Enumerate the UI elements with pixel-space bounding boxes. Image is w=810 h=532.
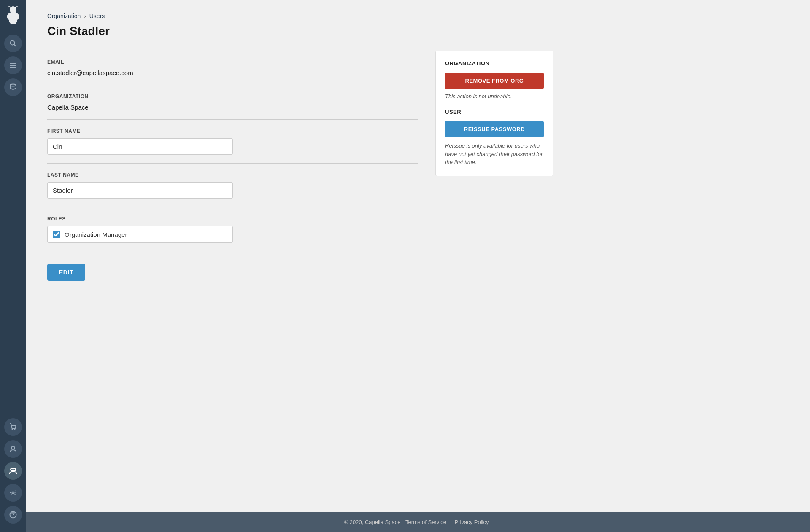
footer-terms-link[interactable]: Terms of Service bbox=[405, 519, 446, 525]
email-value: cin.stadler@capellaspace.com bbox=[47, 69, 418, 76]
first-name-input[interactable] bbox=[47, 138, 233, 155]
svg-point-6 bbox=[12, 429, 13, 430]
settings-nav-icon[interactable] bbox=[4, 484, 22, 502]
sidebar-bottom bbox=[4, 418, 22, 532]
cart-nav-icon[interactable] bbox=[4, 418, 22, 436]
remove-from-org-button[interactable]: REMOVE FROM ORG bbox=[445, 73, 544, 89]
form-section: EMAIL cin.stadler@capellaspace.com ORGAN… bbox=[47, 51, 418, 281]
breadcrumb-org-link[interactable]: Organization bbox=[47, 13, 81, 19]
sidebar bbox=[0, 0, 26, 532]
footer: © 2020, Capella Space Terms of Service P… bbox=[26, 512, 810, 532]
reissue-password-button[interactable]: REISSUE PASSWORD bbox=[445, 121, 544, 137]
last-name-label: LAST NAME bbox=[47, 172, 418, 178]
remove-action-note: This action is not undoable. bbox=[445, 93, 544, 99]
org-panel-title: ORGANIZATION bbox=[445, 60, 544, 67]
reissue-note: Reissue is only available for users who … bbox=[445, 142, 544, 167]
content-grid: EMAIL cin.stadler@capellaspace.com ORGAN… bbox=[47, 51, 554, 281]
svg-point-0 bbox=[11, 41, 15, 45]
page-title: Cin Stadler bbox=[47, 24, 789, 38]
roles-checkbox-row: Organization Manager bbox=[47, 226, 233, 243]
user-nav-icon[interactable] bbox=[4, 440, 22, 458]
first-name-label: FIRST NAME bbox=[47, 128, 418, 134]
database-nav-icon[interactable] bbox=[4, 78, 22, 96]
last-name-field-group: LAST NAME bbox=[47, 164, 418, 207]
breadcrumb-users-link[interactable]: Users bbox=[89, 13, 105, 19]
roles-field-group: ROLES Organization Manager bbox=[47, 207, 418, 251]
list-nav-icon[interactable] bbox=[4, 56, 22, 74]
first-name-field-group: FIRST NAME bbox=[47, 120, 418, 164]
email-label: EMAIL bbox=[47, 59, 418, 65]
org-manager-role-label: Organization Manager bbox=[65, 231, 127, 238]
org-label: ORGANIZATION bbox=[47, 94, 418, 99]
svg-point-8 bbox=[12, 446, 15, 449]
email-field-group: EMAIL cin.stadler@capellaspace.com bbox=[47, 51, 418, 85]
org-field-group: ORGANIZATION Capella Space bbox=[47, 85, 418, 120]
roles-label: ROLES bbox=[47, 216, 418, 222]
help-nav-icon[interactable] bbox=[4, 506, 22, 524]
search-nav-icon[interactable] bbox=[4, 35, 22, 52]
svg-point-5 bbox=[10, 84, 16, 86]
breadcrumb: Organization › Users bbox=[47, 13, 789, 19]
svg-line-1 bbox=[14, 45, 16, 47]
org-manager-checkbox[interactable] bbox=[53, 231, 60, 238]
main-wrapper: Organization › Users Cin Stadler EMAIL c… bbox=[26, 0, 810, 532]
footer-copyright: © 2020, Capella Space bbox=[344, 519, 401, 525]
edit-button[interactable]: EDIT bbox=[47, 264, 85, 281]
group-nav-icon[interactable] bbox=[4, 462, 22, 480]
svg-point-7 bbox=[14, 429, 16, 430]
sidebar-logo[interactable] bbox=[4, 4, 22, 26]
content-area: Organization › Users Cin Stadler EMAIL c… bbox=[26, 0, 810, 512]
last-name-input[interactable] bbox=[47, 182, 233, 199]
svg-point-10 bbox=[13, 468, 16, 471]
right-panel: ORGANIZATION REMOVE FROM ORG This action… bbox=[435, 51, 554, 176]
svg-point-11 bbox=[12, 492, 14, 494]
breadcrumb-separator: › bbox=[84, 13, 86, 19]
footer-privacy-link[interactable]: Privacy Policy bbox=[455, 519, 489, 525]
org-value: Capella Space bbox=[47, 104, 418, 111]
svg-point-13 bbox=[13, 516, 14, 517]
user-panel-title: USER bbox=[445, 109, 544, 115]
